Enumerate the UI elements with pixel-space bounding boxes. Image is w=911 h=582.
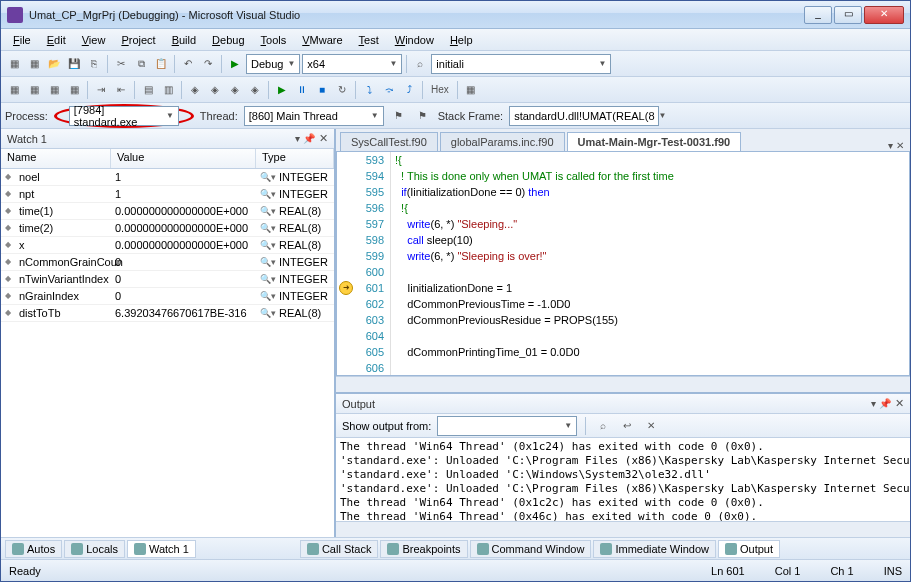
code-line[interactable]: dCommonPreviousTime = -1.0D0 — [395, 296, 909, 312]
editor-tab[interactable]: Umat-Main-Mgr-Test-0031.f90 — [567, 132, 742, 151]
col-name[interactable]: Name — [1, 149, 111, 168]
output-body[interactable]: The thread 'Win64 Thread' (0x1c24) has e… — [336, 438, 910, 521]
code-line[interactable]: if(IinitializationDone == 0) then — [395, 184, 909, 200]
watch-value[interactable]: 0 — [111, 290, 256, 302]
menu-debug[interactable]: Debug — [204, 32, 252, 48]
watch-row[interactable]: npt1🔍▾ INTEGER — [1, 186, 334, 203]
tb-icon[interactable]: ▦ — [5, 81, 23, 99]
magnifier-icon[interactable]: 🔍▾ — [260, 308, 276, 318]
magnifier-icon[interactable]: 🔍▾ — [260, 240, 276, 250]
watch-row[interactable]: noel1🔍▾ INTEGER — [1, 169, 334, 186]
bottom-tab-call-stack[interactable]: Call Stack — [300, 540, 379, 558]
thread-flag-icon[interactable]: ⚑ — [390, 107, 408, 125]
process-combo[interactable]: [7984] standard.exe▼ — [69, 106, 179, 126]
watch-name[interactable]: npt — [1, 188, 111, 200]
code-line[interactable]: IinitializationDone = 1 — [395, 280, 909, 296]
pause-icon[interactable]: ⏸ — [293, 81, 311, 99]
editor-tab[interactable]: SysCallTest.f90 — [340, 132, 438, 151]
watch-value[interactable]: 0.000000000000000E+000 — [111, 239, 256, 251]
bookmark-icon[interactable]: ◈ — [186, 81, 204, 99]
clear-icon[interactable]: ✕ — [642, 417, 660, 435]
stackframe-combo[interactable]: standardU.dll!UMAT(REAL(8▼ — [509, 106, 659, 126]
col-value[interactable]: Value — [111, 149, 256, 168]
hex-toggle[interactable]: Hex — [427, 81, 453, 99]
code-line[interactable]: dCommonPrintingTime_01 = 0.0D0 — [395, 344, 909, 360]
bottom-tab-output[interactable]: Output — [718, 540, 780, 558]
bookmark-prev-icon[interactable]: ◈ — [206, 81, 224, 99]
editor-tab[interactable]: globalParams.inc.f90 — [440, 132, 565, 151]
watch-name[interactable]: nCommonGrainCoun — [1, 256, 111, 268]
magnifier-icon[interactable]: 🔍▾ — [260, 189, 276, 199]
magnifier-icon[interactable]: 🔍▾ — [260, 274, 276, 284]
paste-icon[interactable]: 📋 — [152, 55, 170, 73]
watch-name[interactable]: nTwinVariantIndex — [1, 273, 111, 285]
magnifier-icon[interactable]: 🔍▾ — [260, 223, 276, 233]
restart-icon[interactable]: ↻ — [333, 81, 351, 99]
watch-row[interactable]: x0.000000000000000E+000🔍▾ REAL(8) — [1, 237, 334, 254]
code-line[interactable]: !{ — [395, 152, 909, 168]
platform-combo[interactable]: x64▼ — [302, 54, 402, 74]
bottom-tab-watch-1[interactable]: Watch 1 — [127, 540, 196, 558]
indent-icon[interactable]: ⇥ — [92, 81, 110, 99]
close-button[interactable]: ✕ — [864, 6, 904, 24]
line-gutter[interactable]: 593594595596597598599600➜601602603604605… — [337, 152, 391, 375]
bookmark-next-icon[interactable]: ◈ — [226, 81, 244, 99]
tab-controls[interactable]: ▾ ✕ — [888, 140, 904, 151]
tb-icon[interactable]: ▦ — [25, 81, 43, 99]
code-line[interactable]: call sleep(10) — [395, 232, 909, 248]
copy-icon[interactable]: ⧉ — [132, 55, 150, 73]
watch-header[interactable]: Watch 1 ▾ 📌 ✕ — [1, 129, 334, 149]
thread-flag-icon[interactable]: ⚑ — [414, 107, 432, 125]
new-project-icon[interactable]: ▦ — [5, 55, 23, 73]
output-source-combo[interactable]: ▼ — [437, 416, 577, 436]
line-number[interactable]: 595 — [337, 184, 384, 200]
tb-icon[interactable]: ▦ — [65, 81, 83, 99]
thread-combo[interactable]: [860] Main Thread▼ — [244, 106, 384, 126]
code-line[interactable]: ! This is done only when UMAT is called … — [395, 168, 909, 184]
word-wrap-icon[interactable]: ↩ — [618, 417, 636, 435]
bottom-tab-command-window[interactable]: Command Window — [470, 540, 592, 558]
code-body[interactable]: !{ ! This is done only when UMAT is call… — [391, 152, 909, 375]
line-number[interactable]: 600 — [337, 264, 384, 280]
watch-value[interactable]: 1 — [111, 171, 256, 183]
add-item-icon[interactable]: ▦ — [25, 55, 43, 73]
menu-project[interactable]: Project — [113, 32, 163, 48]
watch-value[interactable]: 0 — [111, 273, 256, 285]
menu-file[interactable]: File — [5, 32, 39, 48]
watch-name[interactable]: time(2) — [1, 222, 111, 234]
line-number[interactable]: 604 — [337, 328, 384, 344]
menu-build[interactable]: Build — [164, 32, 204, 48]
menu-help[interactable]: Help — [442, 32, 481, 48]
watch-grid[interactable]: Name Value Type noel1🔍▾ INTEGERnpt1🔍▾ IN… — [1, 149, 334, 537]
menu-edit[interactable]: Edit — [39, 32, 74, 48]
watch-name[interactable]: time(1) — [1, 205, 111, 217]
pin-icon[interactable]: ▾ 📌 — [871, 398, 891, 409]
line-number[interactable]: 603 — [337, 312, 384, 328]
h-scrollbar[interactable] — [336, 376, 910, 392]
watch-name[interactable]: nGrainIndex — [1, 290, 111, 302]
h-scrollbar[interactable] — [336, 521, 910, 537]
line-number[interactable]: 597 — [337, 216, 384, 232]
watch-value[interactable]: 1 — [111, 188, 256, 200]
start-continue-icon[interactable]: ▶ — [226, 55, 244, 73]
bottom-tab-immediate-window[interactable]: Immediate Window — [593, 540, 716, 558]
cut-icon[interactable]: ✂ — [112, 55, 130, 73]
line-number[interactable]: 596 — [337, 200, 384, 216]
close-icon[interactable]: ✕ — [895, 397, 904, 410]
code-line[interactable] — [395, 360, 909, 375]
watch-row[interactable]: time(1)0.000000000000000E+000🔍▾ REAL(8) — [1, 203, 334, 220]
watch-row[interactable]: nGrainIndex0🔍▾ INTEGER — [1, 288, 334, 305]
code-line[interactable] — [395, 328, 909, 344]
find-combo[interactable]: initiali▼ — [431, 54, 611, 74]
redo-icon[interactable]: ↷ — [199, 55, 217, 73]
step-out-icon[interactable]: ⤴ — [400, 81, 418, 99]
bottom-tab-breakpoints[interactable]: Breakpoints — [380, 540, 467, 558]
menu-test[interactable]: Test — [351, 32, 387, 48]
watch-value[interactable]: 0 — [111, 256, 256, 268]
uncomment-icon[interactable]: ▥ — [159, 81, 177, 99]
save-icon[interactable]: 💾 — [65, 55, 83, 73]
comment-icon[interactable]: ▤ — [139, 81, 157, 99]
output-header[interactable]: Output ▾ 📌 ✕ — [336, 394, 910, 414]
watch-name[interactable]: distToTb — [1, 307, 111, 319]
line-number[interactable]: 594 — [337, 168, 384, 184]
